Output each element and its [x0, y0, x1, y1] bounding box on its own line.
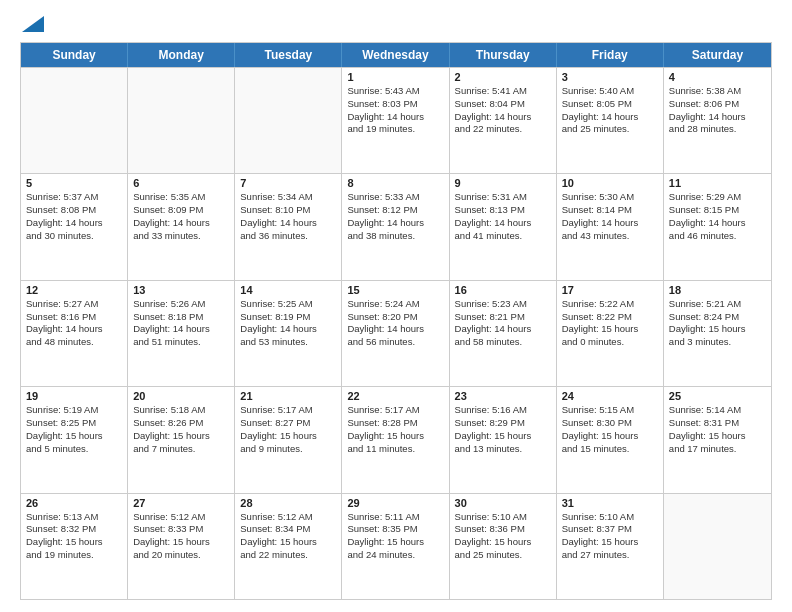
day-number: 29 — [347, 497, 443, 509]
calendar-cell: 28Sunrise: 5:12 AM Sunset: 8:34 PM Dayli… — [235, 494, 342, 599]
day-info: Sunrise: 5:30 AM Sunset: 8:14 PM Dayligh… — [562, 191, 658, 242]
day-number: 27 — [133, 497, 229, 509]
day-info: Sunrise: 5:27 AM Sunset: 8:16 PM Dayligh… — [26, 298, 122, 349]
day-info: Sunrise: 5:25 AM Sunset: 8:19 PM Dayligh… — [240, 298, 336, 349]
logo-icon — [22, 16, 44, 32]
calendar-cell: 9Sunrise: 5:31 AM Sunset: 8:13 PM Daylig… — [450, 174, 557, 279]
calendar-cell: 12Sunrise: 5:27 AM Sunset: 8:16 PM Dayli… — [21, 281, 128, 386]
calendar: SundayMondayTuesdayWednesdayThursdayFrid… — [20, 42, 772, 600]
calendar-row: 26Sunrise: 5:13 AM Sunset: 8:32 PM Dayli… — [21, 493, 771, 599]
day-info: Sunrise: 5:12 AM Sunset: 8:34 PM Dayligh… — [240, 511, 336, 562]
calendar-cell: 18Sunrise: 5:21 AM Sunset: 8:24 PM Dayli… — [664, 281, 771, 386]
day-number: 9 — [455, 177, 551, 189]
calendar-cell: 15Sunrise: 5:24 AM Sunset: 8:20 PM Dayli… — [342, 281, 449, 386]
day-number: 4 — [669, 71, 766, 83]
day-info: Sunrise: 5:15 AM Sunset: 8:30 PM Dayligh… — [562, 404, 658, 455]
day-number: 8 — [347, 177, 443, 189]
day-number: 1 — [347, 71, 443, 83]
day-number: 6 — [133, 177, 229, 189]
day-number: 28 — [240, 497, 336, 509]
day-number: 11 — [669, 177, 766, 189]
day-number: 13 — [133, 284, 229, 296]
day-info: Sunrise: 5:41 AM Sunset: 8:04 PM Dayligh… — [455, 85, 551, 136]
calendar-row: 5Sunrise: 5:37 AM Sunset: 8:08 PM Daylig… — [21, 173, 771, 279]
calendar-cell: 20Sunrise: 5:18 AM Sunset: 8:26 PM Dayli… — [128, 387, 235, 492]
day-info: Sunrise: 5:34 AM Sunset: 8:10 PM Dayligh… — [240, 191, 336, 242]
calendar-cell — [128, 68, 235, 173]
weekday-header: Saturday — [664, 43, 771, 67]
day-info: Sunrise: 5:21 AM Sunset: 8:24 PM Dayligh… — [669, 298, 766, 349]
day-number: 30 — [455, 497, 551, 509]
day-number: 14 — [240, 284, 336, 296]
day-number: 17 — [562, 284, 658, 296]
day-info: Sunrise: 5:38 AM Sunset: 8:06 PM Dayligh… — [669, 85, 766, 136]
day-info: Sunrise: 5:10 AM Sunset: 8:36 PM Dayligh… — [455, 511, 551, 562]
day-number: 7 — [240, 177, 336, 189]
day-info: Sunrise: 5:16 AM Sunset: 8:29 PM Dayligh… — [455, 404, 551, 455]
calendar-header: SundayMondayTuesdayWednesdayThursdayFrid… — [21, 43, 771, 67]
day-number: 5 — [26, 177, 122, 189]
day-number: 25 — [669, 390, 766, 402]
calendar-cell: 29Sunrise: 5:11 AM Sunset: 8:35 PM Dayli… — [342, 494, 449, 599]
day-info: Sunrise: 5:31 AM Sunset: 8:13 PM Dayligh… — [455, 191, 551, 242]
calendar-cell: 6Sunrise: 5:35 AM Sunset: 8:09 PM Daylig… — [128, 174, 235, 279]
day-number: 12 — [26, 284, 122, 296]
calendar-cell — [21, 68, 128, 173]
weekday-header: Thursday — [450, 43, 557, 67]
header — [20, 16, 772, 32]
calendar-cell — [664, 494, 771, 599]
day-number: 19 — [26, 390, 122, 402]
calendar-cell: 26Sunrise: 5:13 AM Sunset: 8:32 PM Dayli… — [21, 494, 128, 599]
logo — [20, 16, 44, 32]
calendar-row: 1Sunrise: 5:43 AM Sunset: 8:03 PM Daylig… — [21, 67, 771, 173]
calendar-cell: 22Sunrise: 5:17 AM Sunset: 8:28 PM Dayli… — [342, 387, 449, 492]
day-number: 3 — [562, 71, 658, 83]
calendar-cell: 17Sunrise: 5:22 AM Sunset: 8:22 PM Dayli… — [557, 281, 664, 386]
calendar-cell: 14Sunrise: 5:25 AM Sunset: 8:19 PM Dayli… — [235, 281, 342, 386]
svg-marker-0 — [22, 16, 44, 32]
day-number: 20 — [133, 390, 229, 402]
calendar-cell: 30Sunrise: 5:10 AM Sunset: 8:36 PM Dayli… — [450, 494, 557, 599]
calendar-cell: 16Sunrise: 5:23 AM Sunset: 8:21 PM Dayli… — [450, 281, 557, 386]
day-info: Sunrise: 5:19 AM Sunset: 8:25 PM Dayligh… — [26, 404, 122, 455]
calendar-cell: 21Sunrise: 5:17 AM Sunset: 8:27 PM Dayli… — [235, 387, 342, 492]
day-number: 16 — [455, 284, 551, 296]
day-info: Sunrise: 5:37 AM Sunset: 8:08 PM Dayligh… — [26, 191, 122, 242]
calendar-cell: 11Sunrise: 5:29 AM Sunset: 8:15 PM Dayli… — [664, 174, 771, 279]
calendar-cell: 27Sunrise: 5:12 AM Sunset: 8:33 PM Dayli… — [128, 494, 235, 599]
calendar-cell: 23Sunrise: 5:16 AM Sunset: 8:29 PM Dayli… — [450, 387, 557, 492]
day-info: Sunrise: 5:40 AM Sunset: 8:05 PM Dayligh… — [562, 85, 658, 136]
day-info: Sunrise: 5:33 AM Sunset: 8:12 PM Dayligh… — [347, 191, 443, 242]
day-info: Sunrise: 5:14 AM Sunset: 8:31 PM Dayligh… — [669, 404, 766, 455]
calendar-cell: 7Sunrise: 5:34 AM Sunset: 8:10 PM Daylig… — [235, 174, 342, 279]
day-number: 10 — [562, 177, 658, 189]
day-info: Sunrise: 5:11 AM Sunset: 8:35 PM Dayligh… — [347, 511, 443, 562]
weekday-header: Sunday — [21, 43, 128, 67]
day-info: Sunrise: 5:10 AM Sunset: 8:37 PM Dayligh… — [562, 511, 658, 562]
calendar-cell: 5Sunrise: 5:37 AM Sunset: 8:08 PM Daylig… — [21, 174, 128, 279]
calendar-cell: 4Sunrise: 5:38 AM Sunset: 8:06 PM Daylig… — [664, 68, 771, 173]
weekday-header: Monday — [128, 43, 235, 67]
day-number: 2 — [455, 71, 551, 83]
calendar-cell: 24Sunrise: 5:15 AM Sunset: 8:30 PM Dayli… — [557, 387, 664, 492]
day-info: Sunrise: 5:13 AM Sunset: 8:32 PM Dayligh… — [26, 511, 122, 562]
day-number: 21 — [240, 390, 336, 402]
day-info: Sunrise: 5:17 AM Sunset: 8:28 PM Dayligh… — [347, 404, 443, 455]
calendar-page: SundayMondayTuesdayWednesdayThursdayFrid… — [0, 0, 792, 612]
day-info: Sunrise: 5:29 AM Sunset: 8:15 PM Dayligh… — [669, 191, 766, 242]
day-number: 15 — [347, 284, 443, 296]
day-number: 18 — [669, 284, 766, 296]
day-number: 26 — [26, 497, 122, 509]
calendar-cell: 1Sunrise: 5:43 AM Sunset: 8:03 PM Daylig… — [342, 68, 449, 173]
day-number: 24 — [562, 390, 658, 402]
calendar-body: 1Sunrise: 5:43 AM Sunset: 8:03 PM Daylig… — [21, 67, 771, 599]
weekday-header: Friday — [557, 43, 664, 67]
day-info: Sunrise: 5:17 AM Sunset: 8:27 PM Dayligh… — [240, 404, 336, 455]
calendar-cell — [235, 68, 342, 173]
day-number: 23 — [455, 390, 551, 402]
calendar-row: 12Sunrise: 5:27 AM Sunset: 8:16 PM Dayli… — [21, 280, 771, 386]
calendar-cell: 13Sunrise: 5:26 AM Sunset: 8:18 PM Dayli… — [128, 281, 235, 386]
calendar-cell: 2Sunrise: 5:41 AM Sunset: 8:04 PM Daylig… — [450, 68, 557, 173]
calendar-cell: 3Sunrise: 5:40 AM Sunset: 8:05 PM Daylig… — [557, 68, 664, 173]
calendar-cell: 19Sunrise: 5:19 AM Sunset: 8:25 PM Dayli… — [21, 387, 128, 492]
